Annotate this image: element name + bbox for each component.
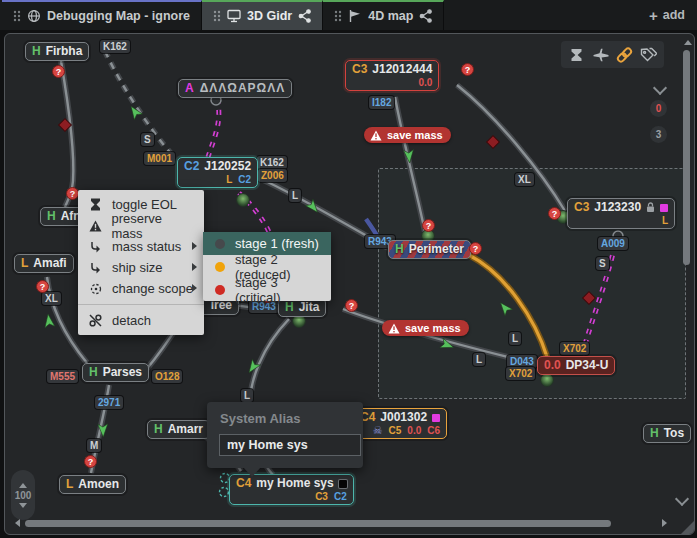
system-name: my Home sys (256, 476, 333, 491)
warning-icon (388, 323, 400, 334)
collapse-panel-button[interactable] (649, 80, 671, 97)
tags-filter-button[interactable] (639, 45, 658, 64)
system-node-j12012444[interactable]: C3J12012444 0.0 (345, 60, 439, 91)
system-node-j001302[interactable]: C4J001302 ☠C50.0C6 (353, 408, 447, 439)
system-node-tos[interactable]: HTos (643, 424, 691, 443)
security-class: H (395, 242, 404, 257)
share-icon[interactable] (419, 9, 432, 23)
menu-label: stage 1 (fresh) (235, 236, 319, 251)
system-node-firbha[interactable]: HFirbha (25, 42, 89, 61)
system-node-j123230[interactable]: C3J123230 L (567, 198, 675, 229)
system-node-amafi[interactable]: LAmafi (14, 254, 74, 273)
menu-label: detach (112, 313, 151, 328)
status-unknown-badge: ? (84, 455, 97, 468)
save-mass-badge: save mass (364, 127, 451, 143)
resize-handle[interactable] (681, 521, 694, 534)
edge-label: K162 (257, 156, 287, 169)
system-name: Amafi (33, 256, 66, 271)
status-unknown-badge: ? (52, 65, 65, 78)
edge-label: S (596, 257, 609, 270)
add-map-button[interactable]: + add (637, 0, 697, 30)
scroll-left-icon[interactable] (15, 519, 20, 527)
menu-item-mass-status[interactable]: mass status (78, 236, 204, 257)
system-node-dp34u[interactable]: 0.0DP34-U (537, 356, 615, 375)
statics-tag: C5 (389, 425, 402, 436)
counter-badge-gray[interactable]: 3 (650, 126, 667, 143)
security-class: C2 (184, 159, 199, 174)
mass-status-submenu: stage 1 (fresh) stage 2 (reduced) stage … (203, 232, 331, 301)
edge-label: XL (42, 292, 61, 305)
submenu-arrow-icon (192, 284, 197, 292)
statics-tag: C2 (238, 174, 251, 185)
menu-label: mass status (112, 239, 181, 254)
menu-item-detach[interactable]: detach (78, 310, 204, 331)
statics-tag: C2 (334, 491, 347, 502)
counter-badge-red[interactable]: 0 (650, 100, 667, 117)
scope-icon (88, 283, 103, 295)
menu-item-ship-size[interactable]: ship size (78, 257, 204, 278)
chevron-down-icon (653, 81, 667, 95)
security-class: L (66, 477, 73, 492)
system-node-home[interactable]: C4my Home sys C3C2 (229, 474, 354, 505)
warning-icon (88, 220, 103, 232)
menu-label: stage 3 (critical) (235, 275, 319, 305)
mass-value: 0.0 (544, 358, 561, 373)
map-canvas[interactable]: K162 M001 K162 Z006 I182 R943 R943 A009 … (4, 33, 695, 535)
grip-icon (13, 10, 21, 22)
branch-arrow-icon (88, 241, 103, 253)
zoom-out-button[interactable] (19, 503, 27, 508)
tags-icon (640, 47, 657, 62)
menu-item-preserve-mass[interactable]: preserve mass (78, 215, 204, 236)
status-unknown-badge: ? (422, 219, 435, 232)
system-name: Perimeter (409, 242, 464, 257)
statics-tag: C6 (427, 425, 440, 436)
system-node-j120252[interactable]: C2J120252 LC2 (177, 157, 258, 188)
system-alias-dialog: System Alias (207, 402, 363, 468)
zoom-in-button[interactable] (19, 483, 27, 488)
scroll-down-icon[interactable] (675, 492, 689, 506)
submenu-arrow-icon (192, 242, 197, 250)
system-node-amarr[interactable]: HAmarr (147, 420, 210, 439)
dialog-pointer (243, 467, 261, 477)
edge-label: A009 (598, 237, 628, 250)
menu-item-change-scope[interactable]: change scope (78, 278, 204, 299)
save-mass-label: save mass (387, 128, 443, 142)
tab-label: Debugging Map - ignore (47, 9, 190, 23)
system-node-parses[interactable]: HParses (82, 363, 149, 382)
tab-4d-map[interactable]: 4D map (323, 0, 444, 30)
plus-icon: + (649, 8, 658, 23)
submenu-item-stage3[interactable]: stage 3 (critical) (203, 278, 331, 301)
edge-label: L (241, 389, 253, 402)
edge-label: M001 (144, 152, 175, 165)
system-node-trig[interactable]: AΔΛΛΩΑΡΩΛΛ (178, 79, 292, 98)
status-square-icon (432, 414, 440, 422)
tab-debugging-map[interactable]: Debugging Map - ignore (2, 0, 202, 30)
globe-icon (27, 9, 41, 23)
save-mass-label: save mass (405, 321, 461, 335)
tab-3d-gidr[interactable]: 3D Gidr (202, 0, 323, 30)
add-label: add (663, 8, 685, 22)
system-node-perimeter[interactable]: HPerimeter (388, 240, 471, 259)
edge-label: K162 (100, 40, 130, 53)
statics-tag: C3 (315, 491, 328, 502)
scroll-right-icon[interactable] (662, 519, 667, 527)
zoom-level: 100 (15, 490, 32, 501)
stage3-dot-icon (215, 285, 225, 295)
eol-filter-button[interactable] (567, 45, 586, 64)
dialog-title: System Alias (220, 411, 363, 426)
save-mass-badge: save mass (382, 320, 469, 336)
security-class: C3 (352, 62, 367, 77)
share-icon[interactable] (298, 9, 311, 23)
horizontal-scrollbar-thumb[interactable] (25, 520, 611, 527)
system-node-amoen[interactable]: LAmoen (59, 475, 126, 494)
map-toolbar (561, 41, 664, 68)
submenu-arrow-icon (192, 263, 197, 271)
status-unknown-badge: ? (461, 63, 474, 76)
scroll-up-icon[interactable] (684, 40, 692, 45)
detach-icon (88, 314, 103, 327)
vertical-scrollbar-thumb[interactable] (683, 50, 690, 265)
menu-label: change scope (112, 281, 193, 296)
ship-size-filter-button[interactable] (591, 45, 610, 64)
alias-input[interactable] (219, 434, 361, 456)
connections-filter-button[interactable] (615, 45, 634, 64)
